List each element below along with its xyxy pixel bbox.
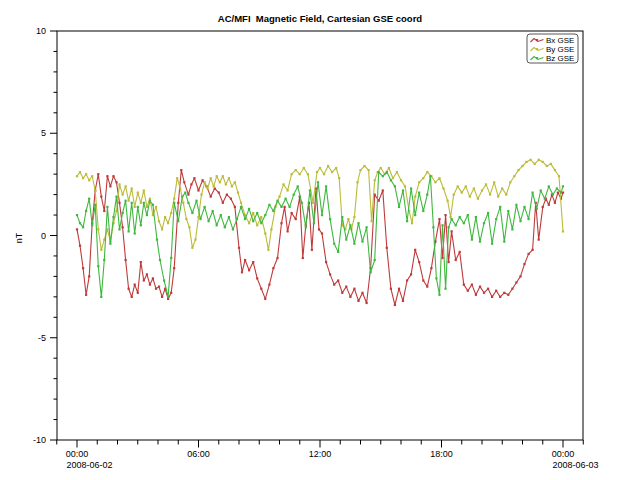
legend-label-bz-gse: Bz GSE [546, 54, 574, 63]
magnetic-field-chart: AC/MFI Magnetic Field, Cartesian GSE coo… [0, 0, 640, 480]
legend-label-bx-gse: Bx GSE [546, 36, 574, 45]
x-tick-label: 00:00 [66, 449, 89, 459]
y-tick-label: 5 [41, 128, 46, 138]
series-bz-gse [76, 171, 564, 298]
legend: Bx GSEBy GSEBz GSE [527, 34, 578, 63]
y-tick-label: 10 [36, 26, 46, 36]
legend-marker-by-gse [536, 48, 538, 50]
legend-marker-bx-gse [536, 39, 538, 41]
legend-marker-bz-gse [536, 57, 538, 59]
data-series [76, 159, 564, 306]
x-tick-label: 12:00 [309, 449, 332, 459]
x-date-label: 2008-06-03 [553, 460, 599, 470]
y-tick-label: 0 [41, 231, 46, 241]
series-line-by-gse [77, 160, 563, 250]
axis-ticks: 1050-5-1000:002008-06-0206:0012:0018:000… [33, 26, 599, 470]
x-tick-label: 18:00 [430, 449, 453, 459]
x-tick-label: 00:00 [552, 449, 575, 459]
y-axis-label: nT [14, 232, 24, 243]
series-line-bz-gse [77, 172, 563, 297]
x-date-label: 2008-06-02 [67, 460, 113, 470]
chart-title: AC/MFI Magnetic Field, Cartesian GSE coo… [218, 13, 422, 24]
x-tick-label: 06:00 [187, 449, 210, 459]
y-tick-label: -5 [38, 333, 46, 343]
plot-window: AC/MFI Magnetic Field, Cartesian GSE coo… [0, 0, 640, 480]
legend-label-by-gse: By GSE [546, 45, 574, 54]
y-tick-label: -10 [33, 435, 46, 445]
